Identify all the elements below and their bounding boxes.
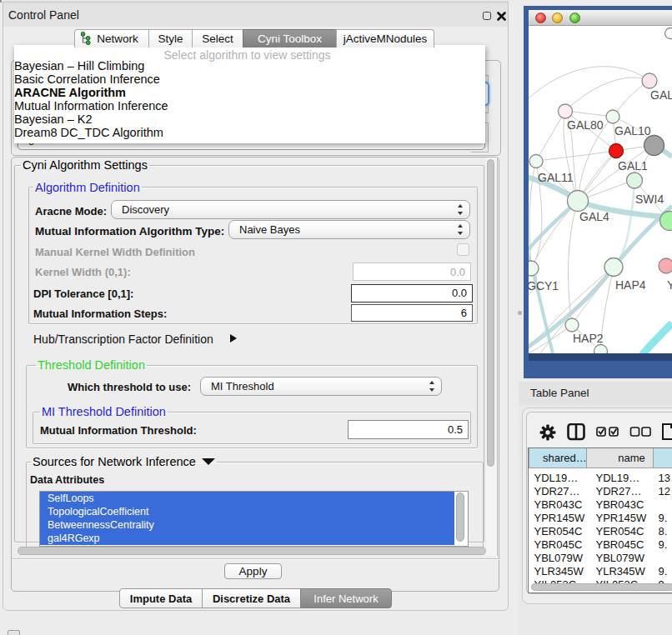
svg-text:HAP2: HAP2 (573, 332, 604, 345)
svg-text:GAL4: GAL4 (579, 210, 609, 223)
svg-text:Y: Y (667, 278, 672, 292)
svg-text:GAL10: GAL10 (614, 124, 651, 138)
svg-text:GAL7: GAL7 (650, 88, 672, 102)
svg-text:GAL11: GAL11 (538, 171, 574, 184)
svg-text:GAL80: GAL80 (567, 118, 604, 132)
svg-text:SWI4: SWI4 (635, 192, 664, 206)
svg-text:GAL1: GAL1 (618, 159, 648, 172)
svg-text:GCY1: GCY1 (529, 279, 559, 292)
svg-text:HAP4: HAP4 (615, 278, 646, 292)
